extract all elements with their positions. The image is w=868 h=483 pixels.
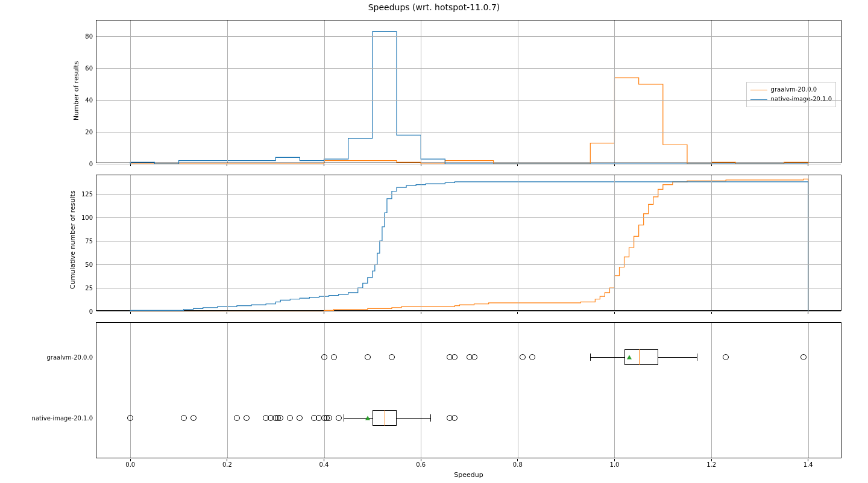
xtick-label: 0.6 — [416, 461, 426, 468]
gridline-h — [96, 164, 841, 164]
xlabel-bottom: Speedup — [96, 471, 841, 479]
gridline-v — [518, 20, 518, 163]
gridline-v — [324, 20, 325, 163]
legend-label-native: native-image-20.1.0 — [771, 95, 832, 104]
hist-step-native-image-20.1.0 — [130, 32, 808, 164]
gridline-h — [96, 241, 841, 241]
outlier-marker — [800, 354, 807, 360]
gridline-v — [324, 323, 325, 458]
ylabel-hist: Number of results — [72, 61, 80, 120]
ytick-label: 80 — [85, 33, 93, 40]
outlier-marker — [451, 415, 458, 421]
outlier-marker — [529, 354, 535, 360]
mean-marker — [365, 416, 370, 420]
gridline-v — [227, 323, 228, 458]
outlier-marker — [331, 354, 337, 360]
ytick-label: 0 — [89, 308, 93, 315]
xtick-label: 0.8 — [513, 461, 523, 468]
boxplot-category-label: graalvm-20.0.0 — [46, 354, 93, 360]
median-line — [385, 410, 385, 426]
median-line — [639, 349, 640, 365]
hist-step-graalvm-20.0.0 — [130, 78, 808, 164]
legend-row-native: native-image-20.1.0 — [750, 95, 832, 104]
outlier-marker — [520, 354, 526, 360]
gridline-v — [711, 323, 712, 458]
gridline-v — [711, 175, 712, 310]
gridline-v — [421, 323, 421, 458]
gridline-v — [614, 323, 615, 458]
figure: Speedups (wrt. hotspot-11.0.7) graalvm-2… — [0, 0, 868, 483]
gridline-h — [96, 132, 841, 132]
ytick-label: 125 — [81, 191, 93, 198]
gridline-h — [96, 194, 841, 195]
xtick-label: 1.2 — [706, 461, 716, 468]
gridline-v — [130, 175, 131, 310]
xtick-label: 0.2 — [222, 461, 232, 468]
boxplot-category-label: native-image-20.1.0 — [32, 415, 93, 422]
whisker-cap — [430, 414, 431, 422]
xtick-label: 0.4 — [319, 461, 329, 468]
ytick-label: 0 — [89, 161, 93, 167]
xtick-label: 1.4 — [804, 461, 813, 468]
outlier-marker — [190, 415, 197, 421]
gridline-v — [227, 175, 228, 310]
gridline-h — [96, 311, 841, 312]
gridline-v — [808, 175, 809, 310]
outlier-marker — [244, 415, 250, 421]
histogram-panel: graalvm-20.0.0 native-image-20.1.0 02040… — [96, 20, 841, 163]
gridline-h — [96, 217, 841, 218]
outlier-marker — [321, 354, 327, 360]
ylabel-cum: Cumulative number of results — [69, 190, 77, 289]
gridline-v — [614, 20, 615, 163]
legend-label-graalvm: graalvm-20.0.0 — [771, 85, 817, 95]
gridline-v — [711, 20, 712, 163]
outlier-marker — [297, 415, 303, 421]
whisker-cap — [590, 354, 591, 361]
outlier-marker — [277, 415, 283, 421]
figure-title: Speedups (wrt. hotspot-11.0.7) — [0, 2, 868, 12]
ytick-label: 75 — [85, 238, 93, 245]
outlier-marker — [451, 354, 458, 360]
outlier-marker — [336, 415, 342, 421]
gridline-v — [808, 20, 809, 163]
gridline-h — [96, 100, 841, 101]
ytick-label: 40 — [85, 97, 93, 104]
gridline-v — [518, 323, 518, 458]
outlier-marker — [389, 354, 395, 360]
legend-row-graalvm: graalvm-20.0.0 — [750, 85, 832, 95]
xtick-label: 1.0 — [610, 461, 620, 468]
outlier-marker — [723, 354, 729, 360]
cum-step-graalvm-20.0.0 — [130, 179, 808, 311]
outlier-marker — [127, 415, 133, 421]
ytick-label: 20 — [85, 129, 93, 136]
gridline-v — [130, 20, 131, 163]
gridline-v — [518, 175, 518, 310]
whisker-cap — [697, 354, 697, 361]
gridline-v — [227, 20, 228, 163]
ytick-label: 25 — [85, 285, 93, 291]
cumulative-panel: 0255075100125 — [96, 175, 841, 311]
gridline-v — [130, 323, 131, 458]
gridline-h — [96, 264, 841, 265]
outlier-marker — [181, 415, 187, 421]
gridline-v — [421, 20, 421, 163]
outlier-marker — [234, 415, 240, 421]
mean-marker — [627, 355, 632, 359]
legend-swatch-graalvm — [750, 90, 767, 90]
gridline-h — [96, 36, 841, 37]
histogram-series — [96, 20, 842, 164]
cumulative-series — [96, 175, 842, 311]
outlier-marker — [326, 415, 332, 421]
outlier-marker — [471, 354, 477, 360]
gridline-h — [96, 68, 841, 69]
legend: graalvm-20.0.0 native-image-20.1.0 — [746, 82, 836, 107]
outlier-marker — [365, 354, 371, 360]
ytick-label: 50 — [85, 261, 93, 268]
gridline-v — [324, 175, 325, 310]
gridline-v — [421, 175, 421, 310]
whisker-cap — [344, 414, 344, 422]
boxplot-series — [96, 323, 842, 459]
ytick-label: 60 — [85, 65, 93, 72]
xtick-label: 0.0 — [125, 461, 135, 468]
gridline-v — [614, 175, 615, 310]
